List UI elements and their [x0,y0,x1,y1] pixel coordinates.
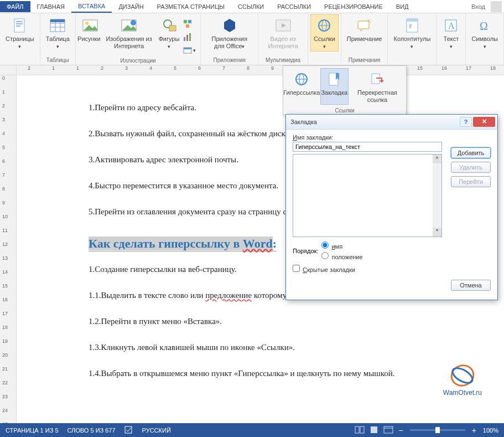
hidden-bookmarks-checkbox[interactable]: Скрытые закладки [293,265,355,273]
table-button[interactable]: Таблица▾ [43,14,73,52]
globe-icon [293,70,310,88]
links-group-label: Ссылки [283,107,406,114]
status-proofing-icon[interactable] [124,426,133,435]
avatar-icon[interactable] [491,1,502,12]
tab-mailings[interactable]: РАССЫЛКИ [271,1,318,12]
shapes-icon [161,17,179,34]
group-apps-label: Приложения [213,56,246,65]
crossref-button[interactable]: Перекрестная ссылка [349,68,406,105]
symbols-button[interactable]: Ω Символы▾ [468,14,501,52]
zoom-slider[interactable] [410,429,465,431]
smartart-button[interactable] [180,18,198,30]
svg-rect-1 [16,21,23,22]
comment-icon [356,17,373,34]
horizontal-ruler[interactable]: 21123456789101112131415161718 [17,65,504,75]
online-video-button: Видео из Интернета [261,14,305,51]
print-layout-icon[interactable] [369,426,380,435]
doc-line[interactable]: 1.3.Кликнуть левой клавишей мыши по икон… [89,343,483,352]
tab-references[interactable]: ССЫЛКИ [231,1,271,12]
watermark: WamOtvet.ru [443,363,482,397]
status-words[interactable]: СЛОВО 5 ИЗ 677 [67,427,116,434]
svg-rect-20 [186,35,188,41]
tab-review[interactable]: РЕЦЕНЗИРОВАНИЕ [318,1,389,12]
picture-icon [81,17,99,34]
symbol-icon: Ω [476,17,493,34]
ruler-corner [0,65,17,75]
shapes-button[interactable]: Фигуры▾ [158,14,180,52]
screenshot-button[interactable]: ▾ [180,44,198,56]
doc-line[interactable]: 1.4.Выбрать в открывшемся меню пункт «Ги… [89,369,483,378]
group-tables-label: Таблицы [46,56,69,65]
scrollbar[interactable]: ▴▾ [433,155,441,237]
zoom-out-button[interactable]: − [398,426,403,435]
dialog-help-button[interactable]: ? [460,117,472,127]
bookmark-icon [325,70,343,88]
headerfooter-icon: # [403,17,421,34]
dialog-close-button[interactable]: ✕ [473,117,495,127]
online-pictures-button[interactable]: Изображения из Интернета [100,14,158,51]
svg-text:A: A [448,21,455,30]
svg-rect-44 [360,426,364,433]
svg-rect-30 [407,19,418,22]
tab-insert[interactable]: ВСТАВКА [71,1,112,13]
svg-rect-46 [384,426,393,433]
chart-button[interactable] [180,31,198,43]
page-icon [11,17,29,34]
doc-line[interactable]: 1.2.Перейти в пункт меню «Вставка». [89,317,483,326]
sort-by-name-radio[interactable]: имя [321,241,362,250]
status-bar: СТРАНИЦА 1 ИЗ 5 СЛОВО 5 ИЗ 677 РУССКИЙ −… [0,423,504,437]
tab-file[interactable]: ФАЙЛ [0,1,30,12]
apps-icon [221,17,238,34]
status-page[interactable]: СТРАНИЦА 1 ИЗ 5 [6,427,59,434]
links-icon [315,17,333,34]
svg-point-13 [131,20,136,25]
dialog-title: Закладка [290,119,460,125]
zoom-in-button[interactable]: + [472,426,476,435]
bookmark-name-label: Имя закладки: [293,134,334,141]
pages-button[interactable]: Страницы▾ [2,14,38,52]
text-button[interactable]: A Текст▾ [439,14,463,52]
screenshot-icon [183,46,192,55]
svg-point-40 [449,363,476,388]
bookmark-name-input[interactable] [293,142,442,152]
hyperlink-button[interactable]: Гиперссылка [283,68,320,105]
online-picture-icon [120,17,138,34]
sign-in-link[interactable]: Вход [468,3,489,10]
table-icon [49,17,66,34]
tab-view[interactable]: ВИД [389,1,415,12]
svg-rect-45 [371,426,377,433]
svg-text:#: # [409,23,412,29]
web-layout-icon[interactable] [383,426,394,435]
group-comments-label: Примечания [349,56,381,65]
doc-heading[interactable]: Как сделать гиперссылку в Word: [89,237,277,251]
links-button[interactable]: Ссылки▾ [310,14,339,52]
comment-button[interactable]: Примечание [344,14,386,44]
office-apps-button[interactable]: Приложения для Office▾ [203,14,256,52]
links-dropdown: Гиперссылка Закладка Перекрестная ссылка… [283,65,407,115]
svg-rect-15 [169,25,176,31]
add-button[interactable]: Добавить [451,147,491,158]
cancel-button[interactable]: Отмена [451,280,491,291]
read-mode-icon[interactable] [355,426,366,435]
svg-rect-23 [184,48,191,49]
svg-rect-28 [358,21,369,29]
group-media-label: Мультимедиа [266,56,300,65]
status-language[interactable]: РУССКИЙ [142,427,171,434]
svg-rect-18 [186,24,189,28]
bookmark-dialog: Закладка ? ✕ Имя закладки: ▴▾ Добавить У… [285,114,498,300]
tab-layout[interactable]: РАЗМЕТКА СТРАНИЦЫ [150,1,231,12]
svg-rect-16 [184,20,187,23]
vertical-ruler[interactable]: 0123456789101112131415161718192021222324… [0,75,17,423]
sort-by-position-radio[interactable]: положение [321,252,362,260]
status-zoom[interactable]: 100% [483,427,498,434]
video-icon [274,17,292,34]
bookmark-list[interactable]: ▴▾ [293,154,442,237]
svg-text:Ω: Ω [480,20,488,32]
tab-design[interactable]: ДИЗАЙН [112,1,150,12]
svg-rect-42 [125,426,132,433]
svg-rect-2 [16,23,23,24]
bookmark-button[interactable]: Закладка [320,68,349,105]
headerfooter-button[interactable]: # Колонтитулы▾ [390,14,434,52]
pictures-button[interactable]: Рисунки [78,14,100,44]
tab-home[interactable]: ГЛАВНАЯ [30,1,71,12]
